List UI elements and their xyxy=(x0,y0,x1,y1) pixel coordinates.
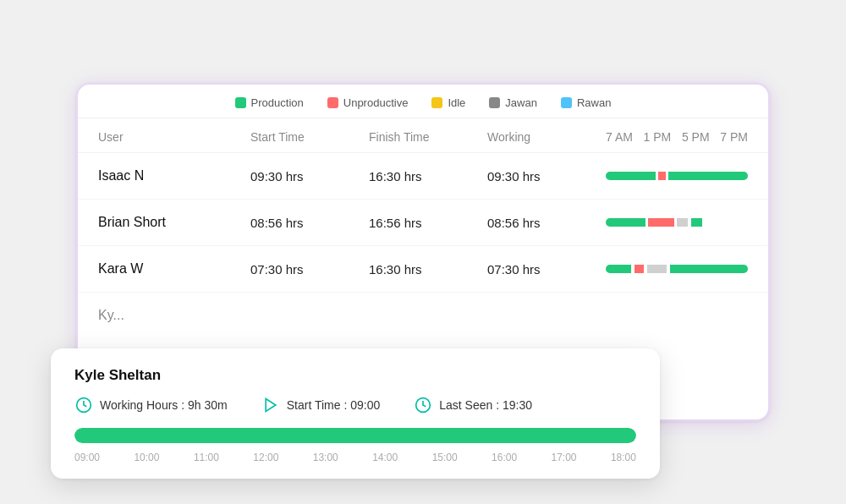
header-timecols: 7 AM 1 PM 5 PM 7 PM xyxy=(606,130,748,144)
start-time: 08:56 hrs xyxy=(250,216,369,230)
bar-segment-green xyxy=(606,265,631,273)
tooltip-timeline: 09:00 10:00 11:00 12:00 13:00 14:00 15:0… xyxy=(74,452,636,463)
header-7pm: 7 PM xyxy=(720,130,748,144)
activity-bar xyxy=(606,218,748,227)
table-row[interactable]: Isaac N 09:30 hrs 16:30 hrs 09:30 hrs xyxy=(78,153,768,200)
header-5pm: 5 PM xyxy=(682,130,710,144)
bar-segment-green xyxy=(668,172,748,180)
finish-time: 16:56 hrs xyxy=(369,216,487,230)
timeline-label: 15:00 xyxy=(432,452,458,463)
legend-dot-unproductive xyxy=(327,97,338,108)
bar-segment-gray xyxy=(647,265,667,273)
tooltip-title: Kyle Sheltan xyxy=(74,367,636,384)
user-name: Isaac N xyxy=(98,168,250,184)
timeline-label: 09:00 xyxy=(74,452,100,463)
legend-row: Production Unproductive Idle Jawan Rawan xyxy=(78,85,768,118)
timeline-label: 12:00 xyxy=(253,452,278,463)
start-time: 09:30 hrs xyxy=(250,169,369,184)
timeline-label: 10:00 xyxy=(134,452,159,463)
bar-segment-green xyxy=(691,218,702,227)
timeline-label: 16:00 xyxy=(492,452,517,463)
header-start: Start Time xyxy=(250,130,369,144)
header-working: Working xyxy=(487,130,606,144)
bar-segment-gap xyxy=(702,218,748,227)
timeline-label: 14:00 xyxy=(372,452,398,463)
legend-dot-jawan xyxy=(489,97,500,108)
stat-label-start: Start Time : 09:00 xyxy=(287,398,381,412)
legend-item-production: Production xyxy=(235,96,304,109)
tooltip-bar-fill xyxy=(74,428,636,443)
user-name: Ky... xyxy=(98,308,250,323)
table-header: User Start Time Finish Time Working 7 AM… xyxy=(78,118,768,153)
legend-dot-idle xyxy=(431,97,442,108)
table-row[interactable]: Brian Short 08:56 hrs 16:56 hrs 08:56 hr… xyxy=(78,200,768,246)
table-row[interactable]: Kara W 07:30 hrs 16:30 hrs 07:30 hrs xyxy=(78,246,768,293)
bar-cell xyxy=(606,265,748,273)
bar-segment-green xyxy=(670,265,748,273)
header-finish: Finish Time xyxy=(369,130,487,144)
bar-segment-red xyxy=(648,218,673,227)
bar-segment-red xyxy=(634,265,645,273)
legend-label-unproductive: Unproductive xyxy=(343,96,409,109)
tooltip-stats: Working Hours : 9h 30m Start Time : 09:0… xyxy=(74,396,636,414)
clock-icon xyxy=(74,396,93,414)
stat-label-hours: Working Hours : 9h 30m xyxy=(100,398,228,412)
timeline-label: 17:00 xyxy=(552,452,577,463)
legend-item-rawan: Rawan xyxy=(561,96,611,109)
activity-bar xyxy=(606,265,748,273)
user-name: Brian Short xyxy=(98,215,250,230)
tooltip-stat-hours: Working Hours : 9h 30m xyxy=(74,396,228,414)
timeline-label: 11:00 xyxy=(194,452,219,463)
timeline-label: 18:00 xyxy=(611,452,636,463)
legend-label-idle: Idle xyxy=(448,96,465,109)
legend-item-idle: Idle xyxy=(431,96,465,109)
bar-cell xyxy=(606,172,748,180)
table-row[interactable]: Ky... xyxy=(78,293,768,338)
tooltip-stat-start: Start Time : 09:00 xyxy=(261,396,381,414)
legend-dot-rawan xyxy=(561,97,572,108)
bar-segment-green xyxy=(606,218,645,227)
svg-marker-1 xyxy=(266,399,276,412)
timeline-label: 13:00 xyxy=(313,452,338,463)
bar-segment-gray xyxy=(677,218,688,227)
legend-label-jawan: Jawan xyxy=(505,96,537,109)
finish-time: 16:30 hrs xyxy=(369,262,487,277)
header-user: User xyxy=(98,130,250,144)
tooltip-bar xyxy=(74,428,636,443)
stat-label-lastseen: Last Seen : 19:30 xyxy=(439,398,532,412)
header-7am: 7 AM xyxy=(606,130,633,144)
tooltip-stat-lastseen: Last Seen : 19:30 xyxy=(414,396,532,414)
legend-item-unproductive: Unproductive xyxy=(327,96,409,109)
activity-bar xyxy=(606,172,748,180)
working-hours: 07:30 hrs xyxy=(487,262,606,277)
working-hours: 08:56 hrs xyxy=(487,216,606,230)
tooltip-card: Kyle Sheltan Working Hours : 9h 30m Star… xyxy=(51,348,660,479)
bar-cell xyxy=(606,218,748,227)
legend-label-production: Production xyxy=(251,96,304,109)
header-1pm: 1 PM xyxy=(644,130,672,144)
finish-time: 16:30 hrs xyxy=(369,169,487,184)
working-hours: 09:30 hrs xyxy=(487,169,606,184)
legend-item-jawan: Jawan xyxy=(489,96,537,109)
legend-label-rawan: Rawan xyxy=(577,96,611,109)
bar-segment-green xyxy=(606,172,656,180)
start-time: 07:30 hrs xyxy=(250,262,369,277)
play-icon xyxy=(261,396,280,414)
bar-segment-red xyxy=(658,172,665,180)
user-name: Kara W xyxy=(98,261,250,277)
legend-dot-production xyxy=(235,97,246,108)
clock2-icon xyxy=(414,396,432,414)
